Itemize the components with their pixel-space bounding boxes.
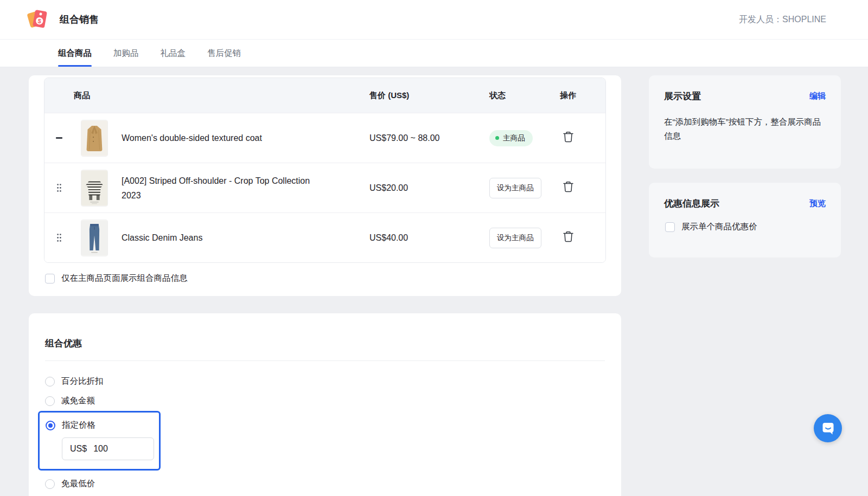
badge-label: 主商品: [503, 133, 525, 143]
delete-product-button[interactable]: [563, 181, 573, 192]
option-amount-off[interactable]: 减免金额: [45, 395, 605, 407]
product-cell: [A002] Striped Off-shoulder - Crop Top C…: [44, 170, 369, 207]
delete-product-button[interactable]: [563, 131, 573, 143]
promo-display-card: 优惠信息展示 预览 展示单个商品优惠价: [649, 183, 841, 257]
radio-label: 指定价格: [62, 420, 95, 431]
jeans-image: [81, 220, 108, 256]
trash-icon: [563, 231, 573, 242]
dash-icon: [44, 137, 74, 139]
tab-label: 加购品: [113, 48, 139, 59]
tab-label: 组合商品: [58, 48, 92, 59]
currency-prefix: US$: [70, 444, 87, 454]
tab-label: 售后促销: [207, 48, 241, 59]
column-header-product: 商品: [44, 91, 369, 101]
card-header: 展示设置 编辑: [664, 90, 826, 102]
status-cell: 主商品: [489, 130, 560, 146]
product-price: US$40.00: [369, 233, 489, 243]
app-header: $ 组合销售 开发人员：SHOPLINE: [0, 0, 868, 40]
main-page-only-option: 仅在主商品页面展示组合商品信息: [44, 273, 606, 284]
chat-bubble-icon: [821, 421, 835, 436]
product-cell: Classic Denim Jeans: [44, 220, 369, 256]
action-cell: [560, 231, 605, 244]
option-specified-price[interactable]: 指定价格: [46, 420, 150, 431]
action-cell: [560, 181, 605, 195]
promo-display-title: 优惠信息展示: [664, 197, 719, 210]
section-divider: [45, 360, 605, 361]
table-row: Women's double-sided textured coat US$79…: [44, 113, 605, 163]
product-name: Women's double-sided textured coat: [122, 131, 273, 145]
radio-checked-icon[interactable]: [46, 421, 55, 430]
product-cell: Women's double-sided textured coat: [44, 120, 369, 157]
set-as-main-product-button[interactable]: 设为主商品: [489, 178, 541, 198]
right-sidebar: 展示设置 编辑 在“添加到购物车”按钮下方，整合展示商品信息 优惠信息展示 预览…: [649, 75, 841, 257]
bundle-discount-card: 组合优惠 百分比折扣 减免金额 指定价格 US$: [29, 313, 621, 496]
radio-label: 减免金额: [61, 395, 95, 407]
radio-label: 百分比折扣: [61, 376, 104, 387]
product-name: [A002] Striped Off-shoulder - Crop Top C…: [122, 173, 339, 203]
tab-gift-box[interactable]: 礼品盒: [161, 40, 186, 67]
tab-bar: 组合商品 加购品 礼品盒 售后促销: [0, 40, 868, 67]
discount-section-title: 组合优惠: [45, 337, 605, 350]
radio-icon[interactable]: [45, 377, 55, 387]
main-content: 商品 售价 (US$) 状态 操作: [0, 67, 868, 496]
left-column: 商品 售价 (US$) 状态 操作: [29, 75, 621, 496]
option-percentage-discount[interactable]: 百分比折扣: [45, 376, 605, 387]
product-name: Classic Denim Jeans: [122, 230, 213, 245]
checkbox-label: 展示单个商品优惠价: [681, 221, 757, 233]
products-card: 商品 售价 (US$) 状态 操作: [29, 75, 621, 296]
tab-label: 礼品盒: [161, 48, 186, 59]
display-settings-title: 展示设置: [664, 90, 701, 102]
striped-top-image: [81, 170, 108, 207]
column-header-price: 售价 (US$): [369, 91, 489, 101]
product-price: US$79.00 ~ 88.00: [369, 133, 489, 143]
drag-handle-icon[interactable]: [44, 234, 74, 242]
green-dot-icon: [495, 136, 499, 140]
tab-add-on-items[interactable]: 加购品: [113, 40, 139, 67]
action-cell: [560, 131, 605, 145]
table-header: 商品 售价 (US$) 状态 操作: [44, 78, 605, 113]
table-row: Classic Denim Jeans US$40.00 设为主商品: [44, 212, 605, 262]
radio-label: 免最低价: [61, 478, 95, 489]
single-product-price-option: 展示单个商品优惠价: [664, 221, 826, 233]
main-page-only-checkbox[interactable]: [45, 274, 55, 284]
status-cell: 设为主商品: [489, 178, 560, 198]
tab-bundle-products[interactable]: 组合商品: [58, 40, 92, 67]
drag-handle-icon[interactable]: [44, 184, 74, 192]
set-as-main-product-button[interactable]: 设为主商品: [489, 228, 541, 248]
tab-post-sale-promo[interactable]: 售后促销: [207, 40, 241, 67]
column-header-action: 操作: [560, 91, 605, 101]
main-product-badge: 主商品: [489, 130, 533, 146]
price-tags-icon: $: [26, 7, 49, 32]
products-table: 商品 售价 (US$) 状态 操作: [44, 78, 606, 263]
edit-link[interactable]: 编辑: [809, 91, 826, 101]
display-settings-description: 在“添加到购物车”按钮下方，整合展示商品信息: [664, 115, 826, 143]
selected-option-highlight: 指定价格 US$: [38, 411, 161, 471]
option-free-lowest-price[interactable]: 免最低价: [45, 478, 605, 489]
checkbox-label: 仅在主商品页面展示组合商品信息: [61, 273, 188, 284]
chat-launcher-button[interactable]: [814, 414, 842, 442]
page-title: 组合销售: [60, 13, 99, 26]
developer-label: 开发人员：SHOPLINE: [739, 14, 826, 25]
single-product-price-checkbox[interactable]: [665, 222, 675, 232]
card-header: 优惠信息展示 预览: [664, 197, 826, 210]
coat-image: [81, 120, 108, 157]
delete-product-button[interactable]: [563, 231, 573, 242]
preview-link[interactable]: 预览: [809, 198, 826, 209]
radio-icon[interactable]: [45, 396, 55, 406]
column-header-status: 状态: [489, 91, 560, 101]
trash-icon: [563, 181, 573, 192]
specified-price-field: US$: [62, 437, 154, 460]
price-input[interactable]: [93, 444, 137, 454]
table-row: [A002] Striped Off-shoulder - Crop Top C…: [44, 163, 605, 212]
status-cell: 设为主商品: [489, 228, 560, 248]
active-tab-underline: [58, 65, 92, 67]
radio-icon[interactable]: [45, 479, 55, 489]
trash-icon: [563, 131, 573, 143]
display-settings-card: 展示设置 编辑 在“添加到购物车”按钮下方，整合展示商品信息: [649, 75, 841, 169]
product-price: US$20.00: [369, 183, 489, 193]
